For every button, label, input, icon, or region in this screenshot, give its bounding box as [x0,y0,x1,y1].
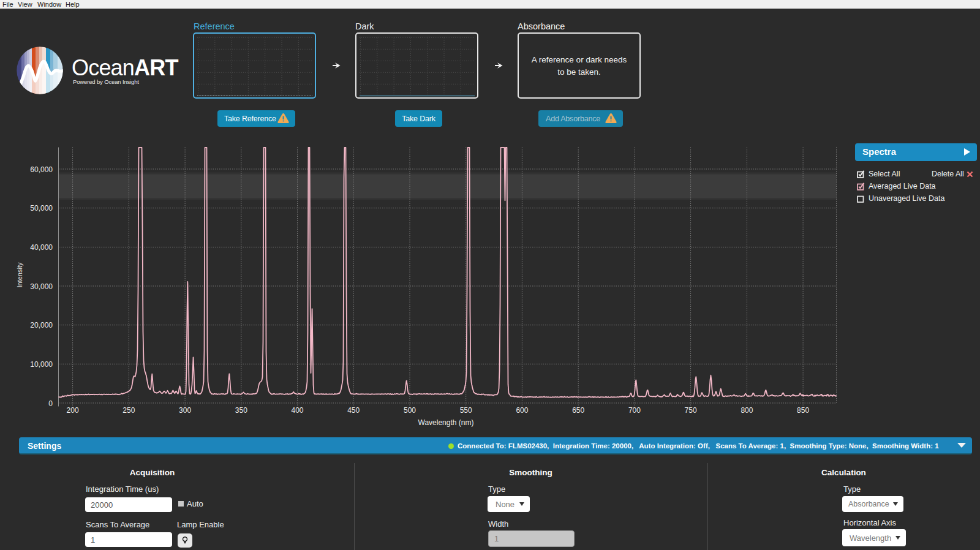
svg-text:0: 0 [48,399,53,408]
svg-text:750: 750 [685,406,697,415]
svg-text:30,000: 30,000 [30,282,53,291]
svg-text:600: 600 [516,406,528,415]
svg-text:350: 350 [235,406,247,415]
svg-text:800: 800 [741,406,753,415]
svg-text:650: 650 [572,406,584,415]
svg-text:20,000: 20,000 [30,321,53,330]
svg-text:200: 200 [67,406,79,415]
svg-text:550: 550 [460,406,472,415]
svg-text:60,000: 60,000 [30,165,53,174]
svg-text:10,000: 10,000 [30,360,53,369]
svg-text:250: 250 [123,406,135,415]
svg-text:500: 500 [404,406,416,415]
svg-text:300: 300 [179,406,191,415]
svg-text:50,000: 50,000 [30,204,53,213]
svg-text:Intensity: Intensity [16,262,23,287]
svg-text:700: 700 [628,406,641,415]
svg-text:850: 850 [797,406,809,415]
svg-text:40,000: 40,000 [30,243,53,252]
svg-text:400: 400 [291,406,303,415]
svg-text:Wavelength (nm): Wavelength (nm) [418,418,474,427]
svg-text:450: 450 [347,406,360,415]
